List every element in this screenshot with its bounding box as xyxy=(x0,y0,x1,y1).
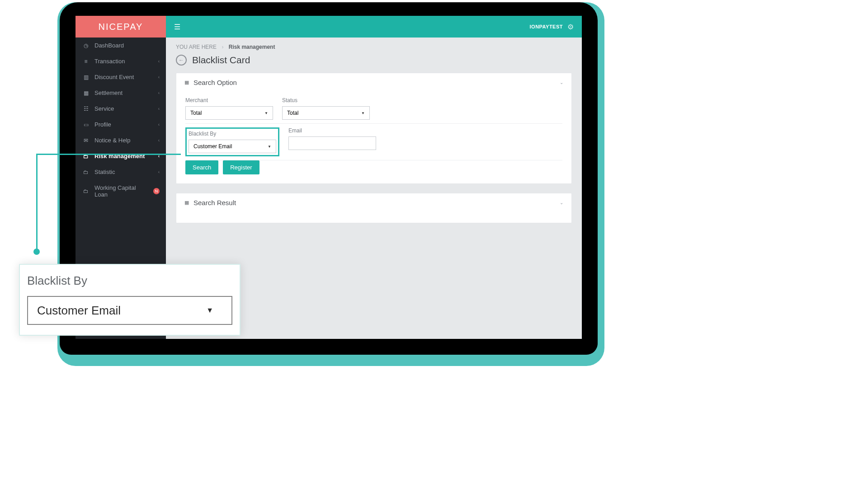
brand-logo: NICEPAY xyxy=(75,16,166,38)
sidebar-nav: ◷ DashBoard ≡ Transaction ‹ ▥ Discount E… xyxy=(75,38,166,202)
merchant-select[interactable]: Total ▼ xyxy=(185,106,273,120)
caret-down-icon: ▼ xyxy=(206,306,213,314)
hamburger-icon[interactable]: ☰ xyxy=(174,23,180,31)
breadcrumb-current: Risk management xyxy=(229,44,275,50)
sidebar-item-discount[interactable]: ▥ Discount Event ‹ xyxy=(75,69,166,85)
sidebar-item-label: Transaction xyxy=(94,58,158,65)
content: YOU ARE HERE › Risk management ← Blackli… xyxy=(166,38,582,239)
sidebar-item-notice[interactable]: ✉ Notice & Help ‹ xyxy=(75,132,166,148)
search-option-panel: ▦ Search Option ⌄ Merchant Total ▼ xyxy=(176,73,572,184)
transaction-icon: ≡ xyxy=(82,58,90,65)
merchant-group: Merchant Total ▼ xyxy=(185,97,273,120)
panel-body: Merchant Total ▼ Status Total ▼ xyxy=(176,92,571,183)
chevron-left-icon: ‹ xyxy=(158,90,160,95)
blacklistby-value: Customer Email xyxy=(193,143,232,150)
sidebar-item-label: Working Capital Loan xyxy=(94,184,151,198)
panel-header: ▦ Search Result ⌄ xyxy=(176,193,571,212)
merchant-value: Total xyxy=(190,110,202,116)
sidebar-item-dashboard[interactable]: ◷ DashBoard xyxy=(75,38,166,53)
settlement-icon: ▦ xyxy=(82,90,90,96)
chevron-left-icon: ‹ xyxy=(158,59,160,64)
user-name: IONPAYTEST xyxy=(530,24,563,29)
connector-dot xyxy=(33,249,40,255)
callout-label: Blacklist By xyxy=(27,274,232,288)
chevron-left-icon: ‹ xyxy=(158,75,160,80)
email-group: Email xyxy=(288,127,376,156)
grid-icon: ▦ xyxy=(184,80,189,85)
sidebar-item-loan[interactable]: 🗀 Working Capital Loan N xyxy=(75,180,166,202)
page-title-row: ← Blacklist Card xyxy=(176,55,572,66)
chevron-left-icon: ‹ xyxy=(158,169,160,174)
discount-icon: ▥ xyxy=(82,74,90,80)
dashboard-icon: ◷ xyxy=(82,42,90,49)
service-icon: ☷ xyxy=(82,106,90,112)
notice-icon: ✉ xyxy=(82,137,90,144)
sidebar-item-label: Service xyxy=(94,105,158,112)
back-button[interactable]: ← xyxy=(176,55,187,66)
connector-line xyxy=(36,154,181,155)
sidebar-item-label: Notice & Help xyxy=(94,137,158,144)
callout-select[interactable]: Customer Email ▼ xyxy=(27,296,232,325)
email-label: Email xyxy=(288,127,376,134)
gear-icon[interactable]: ⚙ xyxy=(567,23,574,31)
panel-header: ▦ Search Option ⌄ xyxy=(176,73,571,92)
caret-down-icon: ▼ xyxy=(264,111,268,115)
email-input[interactable] xyxy=(288,136,376,150)
statistic-icon: 🗀 xyxy=(82,169,90,175)
callout-popup: Blacklist By Customer Email ▼ xyxy=(19,264,241,336)
breadcrumb: YOU ARE HERE › Risk management xyxy=(176,44,572,50)
status-select[interactable]: Total ▼ xyxy=(282,106,370,120)
sidebar-item-transaction[interactable]: ≡ Transaction ‹ xyxy=(75,53,166,69)
caret-down-icon: ▼ xyxy=(268,145,271,149)
callout-value: Customer Email xyxy=(37,304,121,318)
sidebar-item-label: DashBoard xyxy=(94,42,160,49)
blacklistby-highlight: Blacklist By Customer Email ▼ xyxy=(185,127,279,156)
merchant-label: Merchant xyxy=(185,97,273,103)
panel-body xyxy=(176,212,571,223)
profile-icon: ▭ xyxy=(82,122,90,128)
collapse-icon[interactable]: ⌄ xyxy=(560,200,563,205)
search-result-panel: ▦ Search Result ⌄ xyxy=(176,193,572,223)
panel-title: Search Result xyxy=(193,199,236,206)
chevron-left-icon: ‹ xyxy=(158,138,160,143)
panel-title: Search Option xyxy=(193,79,237,86)
status-group: Status Total ▼ xyxy=(282,97,370,120)
breadcrumb-prefix: YOU ARE HERE xyxy=(176,44,217,50)
status-label: Status xyxy=(282,97,370,103)
topbar: ☰ IONPAYTEST ⚙ xyxy=(166,16,582,38)
button-row: Search Register xyxy=(185,160,562,174)
status-value: Total xyxy=(287,110,298,116)
breadcrumb-separator: › xyxy=(222,44,223,50)
sidebar-item-risk[interactable]: 🗀 Risk management ‹ xyxy=(75,148,166,164)
search-button[interactable]: Search xyxy=(185,160,218,174)
sidebar-item-label: Statistic xyxy=(94,169,158,175)
sidebar-item-profile[interactable]: ▭ Profile ‹ xyxy=(75,117,166,132)
grid-icon: ▦ xyxy=(184,200,189,206)
loan-icon: 🗀 xyxy=(82,188,90,194)
chevron-left-icon: ‹ xyxy=(158,122,160,127)
register-button[interactable]: Register xyxy=(223,160,259,174)
page-title: Blacklist Card xyxy=(192,55,250,66)
new-badge: N xyxy=(153,188,160,194)
sidebar-item-label: Discount Event xyxy=(94,74,158,80)
caret-down-icon: ▼ xyxy=(361,111,365,115)
collapse-icon[interactable]: ⌄ xyxy=(560,80,563,85)
blacklistby-group: Blacklist By Customer Email ▼ xyxy=(189,130,276,153)
blacklistby-label: Blacklist By xyxy=(189,131,276,137)
sidebar-item-settlement[interactable]: ▦ Settlement ‹ xyxy=(75,85,166,101)
sidebar-item-label: Profile xyxy=(94,121,158,128)
sidebar-item-label: Settlement xyxy=(94,89,158,96)
sidebar-item-statistic[interactable]: 🗀 Statistic ‹ xyxy=(75,164,166,180)
connector-line xyxy=(36,154,38,252)
chevron-left-icon: ‹ xyxy=(158,106,160,111)
blacklistby-select[interactable]: Customer Email ▼ xyxy=(189,140,276,153)
sidebar-item-service[interactable]: ☷ Service ‹ xyxy=(75,101,166,117)
